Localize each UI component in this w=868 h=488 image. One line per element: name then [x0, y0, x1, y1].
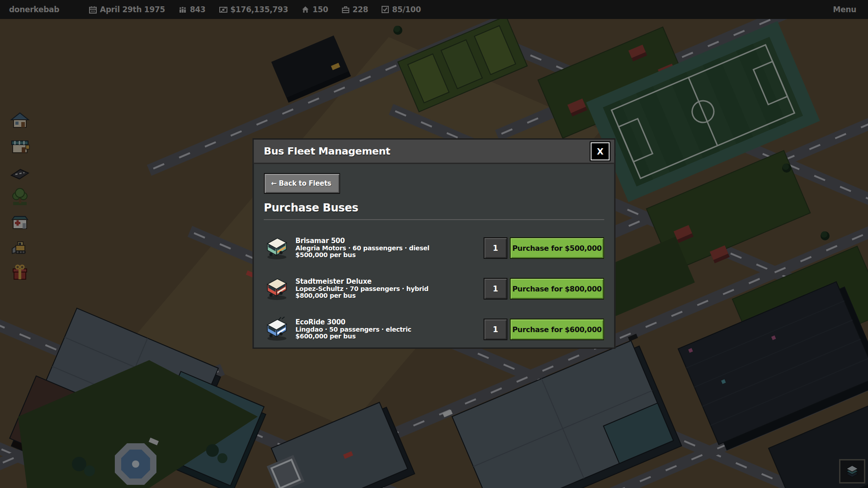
- calendar-icon: [89, 6, 97, 14]
- bus-icon: [264, 235, 289, 261]
- date-stat: April 29th 1975: [89, 5, 165, 14]
- quantity-input[interactable]: [484, 278, 508, 300]
- shop-icon: [12, 141, 29, 153]
- layers-icon: [843, 462, 861, 480]
- approval-icon: [382, 6, 389, 13]
- bus-row-ecoride-3000: EcoRide 3000 Lingdao · 50 passengers · e…: [264, 317, 604, 342]
- jobs-stat: 228: [342, 5, 368, 14]
- sidebar-item-bulldozer[interactable]: [9, 237, 30, 258]
- sidebar-item-residential[interactable]: [9, 110, 30, 131]
- bus-fleet-management-dialog: Bus Fleet Management X ← Back to Fleets …: [253, 138, 616, 349]
- house-icon: [11, 113, 28, 127]
- quantity-input[interactable]: [484, 237, 508, 259]
- sidebar-item-roads[interactable]: [9, 161, 30, 182]
- build-toolbar: [9, 110, 30, 283]
- tree-icon: [13, 188, 27, 205]
- bus-details: Lingdao · 50 passengers · electric: [296, 326, 411, 333]
- close-button[interactable]: X: [591, 142, 610, 160]
- back-to-fleets-button[interactable]: ← Back to Fleets: [264, 173, 340, 194]
- approval-value: 85/100: [392, 5, 421, 14]
- purchase-button[interactable]: Purchase for $500,000: [510, 237, 604, 259]
- jobs-icon: [342, 6, 349, 13]
- top-status-bar: donerkebab April 29th 1975 843 $176,135,…: [0, 0, 868, 19]
- bus-details: Lopez-Schultz · 70 passengers · hybrid: [296, 286, 429, 292]
- bus-name: EcoRide 3000: [296, 319, 411, 326]
- dialog-body: ← Back to Fleets Purchase Buses Brisamar…: [254, 164, 614, 342]
- player-name: donerkebab: [9, 5, 59, 14]
- population-value: 843: [190, 5, 206, 14]
- bus-price: $600,000 per bus: [296, 333, 411, 340]
- sidebar-item-rewards[interactable]: [9, 262, 30, 283]
- approval-stat: 85/100: [382, 5, 421, 14]
- bus-price: $500,000 per bus: [296, 252, 429, 258]
- divider: [264, 219, 604, 220]
- housing-icon: [302, 6, 309, 13]
- section-title: Purchase Buses: [264, 202, 604, 214]
- bus-info: Brisamar 500 Alegria Motors · 60 passeng…: [296, 238, 429, 258]
- purchase-controls: Purchase for $600,000: [484, 319, 604, 340]
- map-layers-button[interactable]: [839, 459, 865, 483]
- purchase-controls: Purchase for $500,000: [484, 237, 604, 259]
- money-icon: [219, 6, 227, 13]
- road-icon: [11, 169, 28, 179]
- stats-group: April 29th 1975 843 $176,135,793 150 228…: [89, 5, 421, 14]
- bus-icon: [264, 276, 289, 301]
- hospital-icon: [12, 216, 28, 229]
- population-icon: [179, 6, 187, 13]
- gift-icon: [13, 265, 27, 279]
- bus-info: Stadtmeister Deluxe Lopez-Schultz · 70 p…: [296, 278, 429, 299]
- population-stat: 843: [179, 5, 206, 14]
- housing-stat: 150: [302, 5, 328, 14]
- money-stat: $176,135,793: [219, 5, 288, 14]
- housing-value: 150: [312, 5, 328, 14]
- purchase-controls: Purchase for $800,000: [484, 278, 604, 300]
- date-value: April 29th 1975: [100, 5, 165, 14]
- sidebar-item-parks[interactable]: [9, 186, 30, 207]
- bus-row-stadtmeister-deluxe: Stadtmeister Deluxe Lopez-Schultz · 70 p…: [264, 276, 604, 301]
- bulldozer-icon: [12, 242, 26, 254]
- sidebar-item-commercial[interactable]: [9, 136, 30, 156]
- bus-name: Stadtmeister Deluxe: [296, 278, 429, 286]
- dialog-header: Bus Fleet Management X: [254, 140, 614, 164]
- dialog-title: Bus Fleet Management: [264, 145, 391, 157]
- bus-details: Alegria Motors · 60 passengers · diesel: [296, 245, 429, 252]
- sidebar-item-services[interactable]: [9, 211, 30, 232]
- bus-price: $800,000 per bus: [296, 292, 429, 299]
- purchase-button[interactable]: Purchase for $800,000: [510, 278, 604, 300]
- quantity-input[interactable]: [484, 319, 508, 340]
- trolley-pole: [282, 317, 285, 319]
- money-value: $176,135,793: [231, 5, 288, 14]
- bus-row-brisamar-500: Brisamar 500 Alegria Motors · 60 passeng…: [264, 235, 604, 261]
- purchase-button[interactable]: Purchase for $600,000: [510, 319, 604, 340]
- jobs-value: 228: [353, 5, 368, 14]
- menu-button[interactable]: Menu: [833, 5, 856, 14]
- bus-name: Brisamar 500: [296, 238, 429, 245]
- bus-icon: [264, 317, 289, 342]
- bus-info: EcoRide 3000 Lingdao · 50 passengers · e…: [296, 319, 411, 339]
